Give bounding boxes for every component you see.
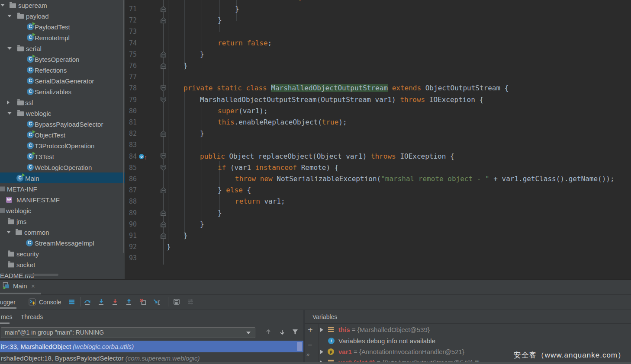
tree-item-meta-inf[interactable]: META-INF: [0, 183, 125, 194]
tree-item-manifest-mf[interactable]: MFMANIFEST.MF: [0, 194, 125, 205]
code-line-87: 87} else {: [125, 185, 631, 196]
line-number: 72: [125, 15, 137, 26]
expand-arrow-icon[interactable]: [320, 328, 323, 332]
code-line-86: 86throw new NotSerializableException("ma…: [125, 173, 631, 185]
tree-item-serial[interactable]: serial: [0, 43, 125, 54]
tree-item-objecttest[interactable]: CObjectTest: [0, 129, 125, 140]
run-to-cursor-icon[interactable]: [153, 298, 160, 305]
panel-divider[interactable]: [303, 310, 305, 364]
tree-item-main[interactable]: CMain: [0, 172, 125, 183]
tree-item-payload[interactable]: payload: [0, 10, 125, 21]
line-number: 74: [125, 38, 137, 49]
tree-item-t3protocoloperation[interactable]: CT3ProtocolOperation: [0, 140, 125, 151]
menu-icon[interactable]: [68, 298, 75, 305]
tab-frames[interactable]: mes: [1, 310, 12, 324]
code-line-78: 78private static class MarshalledObjectO…: [125, 83, 631, 94]
tab-threads[interactable]: Threads: [21, 310, 43, 324]
code-line-71: 71}: [125, 3, 631, 15]
tree-item-label: StreamMessageImpl: [35, 239, 94, 246]
fold-marker-icon[interactable]: [161, 221, 166, 227]
step-out-icon[interactable]: [126, 298, 132, 305]
fold-marker-icon[interactable]: [161, 97, 166, 103]
tree-item-serialdatagenerator[interactable]: CSerialDataGenerator: [0, 75, 125, 86]
class-icon: C: [27, 67, 34, 73]
line-number: 86: [125, 173, 137, 185]
chevron-right-icon[interactable]: [7, 100, 10, 105]
tree-item-eadme-md[interactable]: EADME.md: [0, 270, 125, 279]
add-watch-button[interactable]: +: [308, 325, 313, 335]
frame-row-0[interactable]: it>:33, MarshalledObject (weblogic.corba…: [0, 341, 304, 352]
tree-item-remoteimpl[interactable]: CRemoteImpl: [0, 32, 125, 43]
tree-item-t3test[interactable]: CT3Test: [0, 151, 125, 162]
tree-item-weblogic[interactable]: weblogic: [0, 108, 125, 118]
tree-item-payloadtest[interactable]: CPayloadTest: [0, 21, 125, 32]
chevron-down-icon[interactable]: [7, 47, 12, 50]
tree-item-weblogic[interactable]: weblogic: [0, 205, 125, 216]
project-tree[interactable]: supereampayloadCPayloadTestCRemoteImplse…: [0, 0, 125, 279]
tree-item-security[interactable]: security: [0, 248, 125, 259]
class-icon: C: [27, 164, 34, 171]
tree-item-supeream[interactable]: supeream: [0, 0, 125, 10]
code-text: private static class MarshalledObjectOut…: [184, 83, 509, 94]
down-arrow-icon[interactable]: [279, 329, 286, 335]
tree-horizontal-scrollbar[interactable]: [26, 274, 58, 276]
drop-frame-icon[interactable]: [139, 298, 146, 305]
fold-marker-icon[interactable]: [161, 51, 166, 57]
chevrons-more-button[interactable]: »: [306, 351, 309, 358]
chevron-down-icon[interactable]: [7, 15, 12, 17]
fold-marker-icon[interactable]: [161, 63, 166, 69]
fold-marker-icon[interactable]: [161, 233, 166, 239]
evaluate-expression-icon[interactable]: [173, 298, 180, 305]
tree-item-label: supeream: [18, 1, 47, 9]
override-method-icon[interactable]: o↑: [139, 153, 151, 160]
chevron-down-icon[interactable]: [6, 231, 11, 233]
toolbar-separator: [168, 297, 168, 307]
tree-vertical-scrollbar[interactable]: [123, 0, 124, 253]
line-number: 83: [125, 139, 137, 150]
info-icon: i: [328, 338, 335, 344]
close-icon[interactable]: ×: [31, 279, 35, 294]
tree-item-bytesoperation[interactable]: CBytesOperation: [0, 54, 125, 64]
fold-marker-icon[interactable]: [161, 210, 166, 216]
expand-arrow-icon[interactable]: [320, 350, 323, 354]
fold-marker-icon[interactable]: [161, 17, 166, 23]
up-arrow-icon[interactable]: [265, 329, 272, 335]
tab-console[interactable]: Console: [39, 295, 61, 310]
frame-text: it>:33, MarshalledObject: [0, 343, 73, 350]
debug-tab-main[interactable]: Main: [13, 279, 27, 294]
frames-scrollbar-thumb[interactable]: [297, 342, 302, 351]
filter-icon[interactable]: [292, 329, 299, 335]
tree-item-jms[interactable]: jms: [0, 216, 125, 227]
folder-icon: [8, 252, 14, 256]
fold-marker-icon[interactable]: [161, 165, 166, 171]
fold-marker-icon[interactable]: [161, 153, 166, 160]
thread-selector-value: main"@1 in group "main": RUNNING: [5, 328, 104, 338]
code-text: } else {: [218, 185, 251, 196]
fold-marker-icon[interactable]: [161, 187, 166, 193]
tree-item-weblogicoperation[interactable]: CWebLogicOperation: [0, 162, 125, 172]
line-number: 84: [125, 151, 137, 162]
code-editor[interactable]: 70return true;71}72}7374return false;75}…: [125, 0, 631, 279]
tree-item-socket[interactable]: socket: [0, 259, 125, 270]
step-into-icon[interactable]: [98, 298, 105, 305]
divider: [0, 294, 631, 295]
thread-selector-dropdown[interactable]: main"@1 in group "main": RUNNING: [1, 327, 255, 338]
tree-item-bypasspayloadselector[interactable]: CBypassPayloadSelector: [0, 118, 125, 129]
fold-marker-icon[interactable]: [161, 131, 166, 137]
chevron-down-icon[interactable]: [0, 4, 5, 6]
remove-watch-button[interactable]: −: [308, 341, 312, 350]
tree-item-reflections[interactable]: CReflections: [0, 64, 125, 75]
chevron-down-icon[interactable]: [7, 112, 12, 115]
force-step-into-icon[interactable]: [112, 298, 119, 305]
fold-marker-icon[interactable]: [161, 85, 166, 91]
variable-info-text: Variables debug info not available: [338, 337, 435, 345]
step-over-icon[interactable]: [84, 298, 91, 305]
tree-item-ssl[interactable]: ssl: [0, 97, 125, 108]
tree-item-streammessageimpl[interactable]: CStreamMessageImpl: [0, 237, 125, 248]
fold-marker-icon[interactable]: [161, 6, 166, 12]
code-line-92: 92}: [125, 241, 631, 252]
tree-item-serializables[interactable]: CSerializables: [0, 86, 125, 97]
tree-item-common[interactable]: common: [0, 227, 125, 237]
frame-text: rshalledObject:18, BypassPayloadSelector: [0, 354, 126, 362]
debug-window-icon: [3, 282, 10, 290]
